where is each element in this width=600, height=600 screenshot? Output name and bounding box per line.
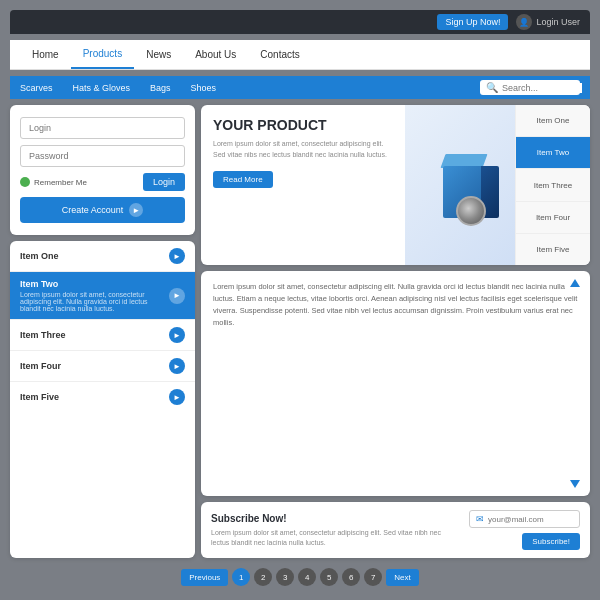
list-arrow-2: ► [169,288,185,304]
tab-item-1[interactable]: Item One [516,105,590,137]
email-input[interactable] [488,515,573,524]
subscribe-left: Subscribe Now! Lorem ipsum dolor sit ame… [211,513,459,548]
list-item-3[interactable]: Item Three ► [10,320,195,351]
tab-item-2[interactable]: Item Two [516,137,590,169]
page-5[interactable]: 5 [320,568,338,586]
create-account-button[interactable]: Create Account ► [20,197,185,223]
sub-nav: Scarves Hats & Gloves Bags Shoes 🔍 [10,76,590,99]
page-6[interactable]: 6 [342,568,360,586]
nav-news[interactable]: News [134,41,183,68]
login-user-area: 👤 Login User [516,14,580,30]
nav-home[interactable]: Home [20,41,71,68]
page-wrapper: Sign Up Now! 👤 Login User Home Products … [0,0,600,600]
subscribe-title: Subscribe Now! [211,513,459,524]
product-info: YOUR PRODUCT Lorem ipsum dolor sit amet,… [201,105,405,265]
page-4[interactable]: 4 [298,568,316,586]
signup-button[interactable]: Sign Up Now! [437,14,508,30]
right-column: YOUR PRODUCT Lorem ipsum dolor sit amet,… [201,105,590,558]
remember-dot [20,177,30,187]
list-arrow-1: ► [169,248,185,264]
list-arrow-4: ► [169,358,185,374]
nav-products[interactable]: Products [71,40,134,69]
nav-bar: Home Products News About Us Contacts [10,40,590,70]
page-2[interactable]: 2 [254,568,272,586]
page-1[interactable]: 1 [232,568,250,586]
left-column: Remember Me Login Create Account ► Item … [10,105,195,558]
login-box: Remember Me Login Create Account ► [10,105,195,235]
search-icon: 🔍 [486,82,498,93]
product-panel: YOUR PRODUCT Lorem ipsum dolor sit amet,… [201,105,590,265]
email-icon: ✉ [476,514,484,524]
panel-scroll-up-icon[interactable] [570,279,580,287]
subnav-shoes[interactable]: Shoes [191,83,217,93]
product-title: YOUR PRODUCT [213,117,393,133]
subscribe-desc: Lorem ipsum dolor sit amet, consectetur … [211,528,459,548]
list-arrow-3: ► [169,327,185,343]
login-button[interactable]: Login [143,173,185,191]
text-panel: Lorem ipsum dolor sit amet, consectetur … [201,271,590,496]
subnav-scarves[interactable]: Scarves [20,83,53,93]
product-desc: Lorem ipsum dolor sit amet, consectetur … [213,139,393,160]
tab-item-4[interactable]: Item Four [516,202,590,234]
remember-row: Remember Me Login [20,173,185,191]
tab-item-3[interactable]: Item Three [516,169,590,201]
next-button[interactable]: Next [386,569,418,586]
list-item-2[interactable]: Item Two Lorem ipsum dolor sit amet, con… [10,272,195,320]
password-input[interactable] [20,145,185,167]
nav-contacts[interactable]: Contacts [248,41,311,68]
login-user-label: Login User [536,17,580,27]
main-content: Remember Me Login Create Account ► Item … [10,105,590,558]
panel-scroll-down-icon[interactable] [570,480,580,488]
read-more-button[interactable]: Read More [213,171,273,188]
subnav-bags[interactable]: Bags [150,83,171,93]
email-input-wrap: ✉ [469,510,580,528]
user-icon: 👤 [516,14,532,30]
remember-me-label[interactable]: Remember Me [20,177,87,187]
product-3d-box [433,153,488,218]
box-disc [456,196,486,226]
subscribe-button[interactable]: Subscribe! [522,533,580,550]
top-bar: Sign Up Now! 👤 Login User [10,10,590,34]
list-item-1[interactable]: Item One ► [10,241,195,272]
search-box[interactable]: 🔍 [480,80,580,95]
tab-item-5[interactable]: Item Five [516,234,590,265]
pagination: Previous 1 2 3 4 5 6 7 Next [10,564,590,590]
subscribe-right: ✉ Subscribe! [469,510,580,550]
create-arrow-icon: ► [129,203,143,217]
item-tabs: Item One Item Two Item Three Item Four I… [515,105,590,265]
subnav-hats[interactable]: Hats & Gloves [73,83,131,93]
nav-about[interactable]: About Us [183,41,248,68]
prev-button[interactable]: Previous [181,569,228,586]
page-7[interactable]: 7 [364,568,382,586]
list-widget: Item One ► Item Two Lorem ipsum dolor si… [10,241,195,558]
login-input[interactable] [20,117,185,139]
list-item-5[interactable]: Item Five ► [10,382,195,412]
list-item-4[interactable]: Item Four ► [10,351,195,382]
subscribe-panel: Subscribe Now! Lorem ipsum dolor sit ame… [201,502,590,558]
list-arrow-5: ► [169,389,185,405]
text-panel-content: Lorem ipsum dolor sit amet, consectetur … [213,281,578,329]
product-image [405,105,515,265]
search-input[interactable] [502,83,582,93]
page-3[interactable]: 3 [276,568,294,586]
